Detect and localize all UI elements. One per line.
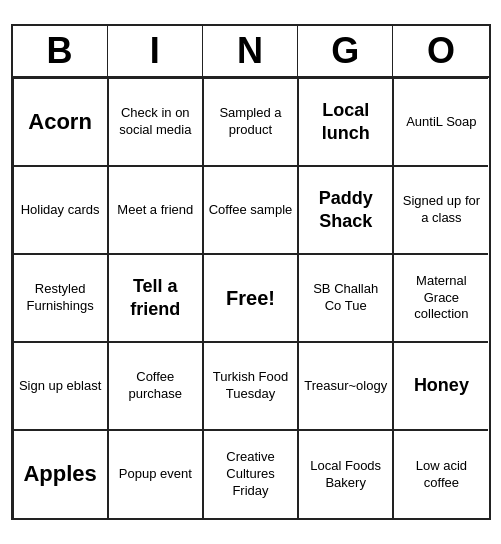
bingo-cell: Paddy Shack [298,166,393,254]
bingo-cell: Low acid coffee [393,430,488,518]
bingo-cell: Honey [393,342,488,430]
bingo-header: BINGO [13,26,489,78]
bingo-cell: Local lunch [298,78,393,166]
bingo-card: BINGO AcornCheck in on social mediaSampl… [11,24,491,520]
bingo-cell: Maternal Grace collection [393,254,488,342]
header-letter: O [393,26,488,76]
bingo-cell: Popup event [108,430,203,518]
bingo-cell: Coffee sample [203,166,298,254]
header-letter: G [298,26,393,76]
bingo-cell: Acorn [13,78,108,166]
bingo-cell: SB Challah Co Tue [298,254,393,342]
bingo-cell: Local Foods Bakery [298,430,393,518]
bingo-cell: Creative Cultures Friday [203,430,298,518]
bingo-cell: Apples [13,430,108,518]
bingo-cell: AuntiL Soap [393,78,488,166]
bingo-cell: Meet a friend [108,166,203,254]
bingo-cell: Restyled Furnishings [13,254,108,342]
bingo-cell: Check in on social media [108,78,203,166]
bingo-cell: Free! [203,254,298,342]
header-letter: N [203,26,298,76]
bingo-cell: Holiday cards [13,166,108,254]
bingo-cell: Coffee purchase [108,342,203,430]
bingo-cell: Tell a friend [108,254,203,342]
bingo-cell: Turkish Food Tuesday [203,342,298,430]
header-letter: I [108,26,203,76]
bingo-cell: Signed up for a class [393,166,488,254]
bingo-cell: Treasur~ology [298,342,393,430]
header-letter: B [13,26,108,76]
bingo-grid: AcornCheck in on social mediaSampled a p… [13,78,489,518]
bingo-cell: Sampled a product [203,78,298,166]
bingo-cell: Sign up eblast [13,342,108,430]
